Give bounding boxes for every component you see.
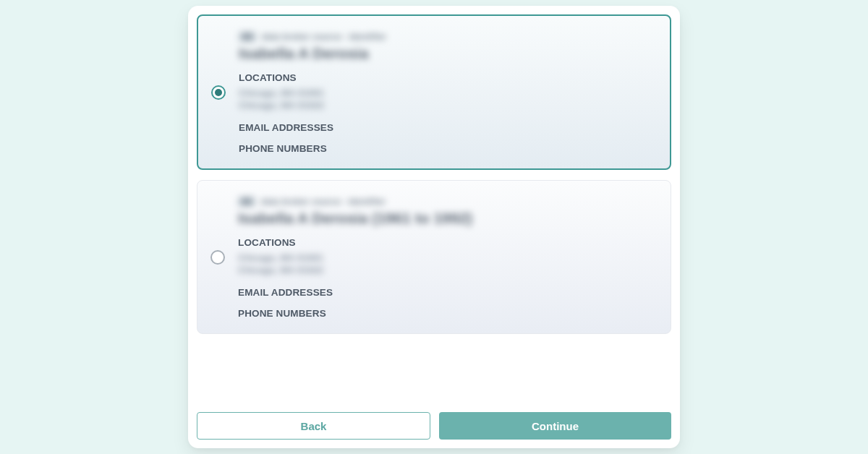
emails-label: EMAIL ADDRESSES — [239, 122, 657, 133]
blurred-meta: ID data broker source · identifier Isabe… — [239, 32, 657, 62]
emails-label: EMAIL ADDRESSES — [238, 287, 658, 298]
locations-label: LOCATIONS — [239, 72, 657, 83]
continue-button[interactable]: Continue — [439, 412, 671, 440]
radio-selected-icon[interactable] — [211, 85, 226, 100]
selection-panel: ID data broker source · identifier Isabe… — [188, 6, 680, 448]
option-card[interactable]: ID data broker source · identifier Isabe… — [197, 14, 671, 170]
option-body: ID data broker source · identifier Isabe… — [239, 32, 657, 154]
location-item: Chicago, MA 01022 — [238, 265, 658, 277]
blurred-meta: ID data broker source · identifier Isabe… — [238, 197, 658, 227]
locations-list: Chicago, MA 01001 Chicago, MA 01022 — [239, 87, 657, 112]
option-card[interactable]: ID data broker source · identifier Isabe… — [197, 180, 671, 334]
radio-unselected-icon[interactable] — [210, 250, 225, 265]
meta-text: data broker source · identifier — [262, 32, 386, 42]
back-button[interactable]: Back — [197, 412, 430, 440]
footer-actions: Back Continue — [197, 412, 671, 440]
meta-tag: ID — [238, 197, 255, 207]
phones-label: PHONE NUMBERS — [238, 308, 658, 319]
option-body: ID data broker source · identifier Isabe… — [238, 197, 658, 319]
location-item: Chicago, MA 01022 — [239, 100, 657, 112]
location-item: Chicago, MA 01001 — [239, 87, 657, 100]
locations-label: LOCATIONS — [238, 237, 658, 248]
meta-text: data broker source · identifier — [261, 197, 386, 207]
option-name: Isabella A Derosia (1961 to 1992) — [238, 210, 658, 227]
locations-list: Chicago, MA 01001 Chicago, MA 01022 — [238, 252, 658, 277]
phones-label: PHONE NUMBERS — [239, 143, 657, 154]
option-name: Isabella A Derosia — [239, 45, 657, 62]
radio-dot — [215, 89, 222, 96]
location-item: Chicago, MA 01001 — [238, 252, 658, 265]
meta-tag: ID — [239, 32, 256, 42]
option-list: ID data broker source · identifier Isabe… — [197, 14, 671, 402]
